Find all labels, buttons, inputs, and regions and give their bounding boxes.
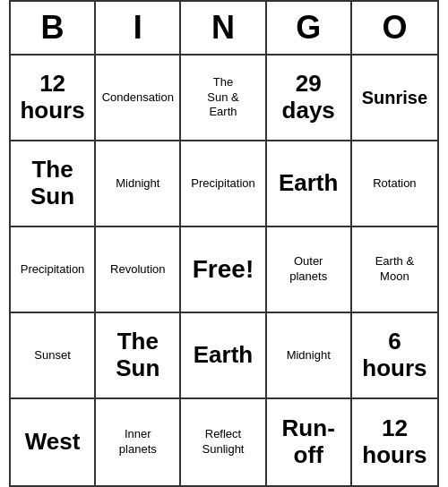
cell-text-14: Earth &Moon [375,254,414,285]
header-letter-n: N [181,2,266,54]
bingo-cell-1[interactable]: Condensation [96,56,181,141]
bingo-cell-4[interactable]: Sunrise [352,56,437,141]
cell-text-17: Earth [194,342,253,369]
bingo-cell-23[interactable]: Run-off [267,399,352,485]
cell-text-1: Condensation [102,90,174,106]
cell-text-21: Innerplanets [119,427,157,457]
cell-text-11: Revolution [110,262,165,278]
bingo-cell-16[interactable]: TheSun [96,313,181,399]
cell-text-23: Run-off [282,415,335,469]
cell-text-10: Precipitation [21,262,85,278]
bingo-cell-21[interactable]: Innerplanets [96,399,181,485]
cell-text-9: Rotation [373,176,416,192]
header-letter-g: G [267,2,352,54]
cell-text-15: Sunset [34,348,70,363]
bingo-cell-8[interactable]: Earth [267,141,352,227]
bingo-cell-19[interactable]: 6hours [352,313,437,399]
cell-text-24: 12hours [362,415,426,469]
bingo-cell-14[interactable]: Earth &Moon [352,227,437,313]
header-letter-i: I [96,2,181,54]
cell-text-18: Midnight [287,348,331,363]
bingo-cell-2[interactable]: TheSun &Earth [181,56,266,141]
cell-text-22: ReflectSunlight [202,427,245,457]
bingo-cell-24[interactable]: 12hours [352,399,437,485]
bingo-cell-0[interactable]: 12hours [11,56,96,141]
cell-text-19: 6hours [362,329,426,382]
bingo-card: BINGO 12hoursCondensationTheSun &Earth29… [9,0,439,487]
cell-text-6: Midnight [116,176,159,192]
cell-text-0: 12hours [20,71,84,124]
bingo-cell-7[interactable]: Precipitation [181,141,266,227]
bingo-cell-12[interactable]: Free! [181,227,266,313]
cell-text-16: TheSun [116,329,159,382]
bingo-cell-15[interactable]: Sunset [11,313,96,399]
cell-text-7: Precipitation [191,176,255,192]
bingo-cell-6[interactable]: Midnight [96,141,181,227]
cell-text-12: Free! [193,254,254,285]
bingo-grid: 12hoursCondensationTheSun &Earth29daysSu… [11,56,437,485]
header-letter-b: B [11,2,96,54]
bingo-cell-20[interactable]: West [11,399,96,485]
bingo-cell-11[interactable]: Revolution [96,227,181,313]
cell-text-2: TheSun &Earth [207,75,238,121]
bingo-cell-3[interactable]: 29days [267,56,352,141]
bingo-cell-10[interactable]: Precipitation [11,227,96,313]
cell-text-5: TheSun [30,157,74,210]
bingo-header: BINGO [11,2,437,56]
cell-text-20: West [25,429,81,456]
header-letter-o: O [352,2,437,54]
bingo-cell-17[interactable]: Earth [181,313,266,399]
bingo-cell-9[interactable]: Rotation [352,141,437,227]
cell-text-8: Earth [279,170,338,197]
cell-text-4: Sunrise [362,87,427,108]
bingo-cell-5[interactable]: TheSun [11,141,96,227]
bingo-cell-18[interactable]: Midnight [267,313,352,399]
bingo-cell-13[interactable]: Outerplanets [267,227,352,313]
bingo-cell-22[interactable]: ReflectSunlight [181,399,266,485]
cell-text-3: 29days [282,71,335,124]
cell-text-13: Outerplanets [289,254,327,285]
